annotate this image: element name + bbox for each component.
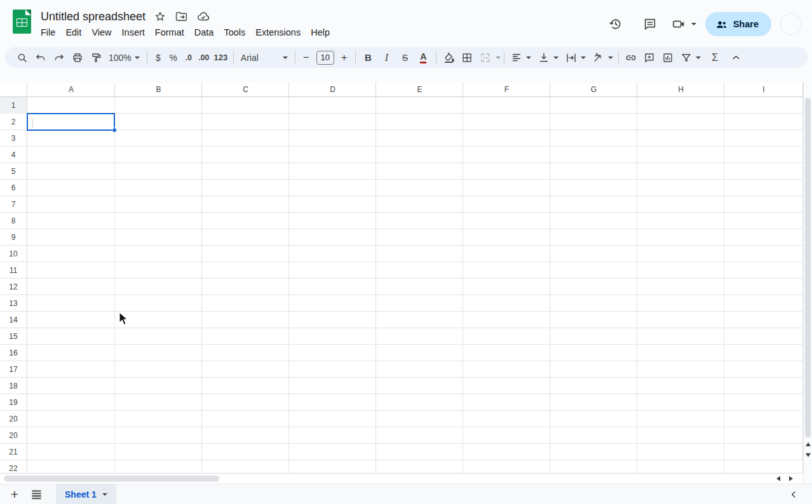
scroll-right-icon[interactable] [789,476,793,481]
text-wrap-icon[interactable] [562,49,581,66]
all-sheets-icon[interactable] [25,484,47,504]
menu-item-tools[interactable]: Tools [219,26,250,39]
menu-item-view[interactable]: View [86,26,116,39]
search-icon[interactable] [13,49,31,66]
column-header-i[interactable]: I [724,83,803,96]
menu-item-extensions[interactable]: Extensions [250,26,306,39]
select-all-corner[interactable] [0,83,27,97]
decrease-font-size-button[interactable]: − [299,49,314,66]
menu-item-edit[interactable]: Edit [60,26,86,39]
redo-icon[interactable] [50,49,68,66]
star-icon[interactable] [154,11,166,22]
comment-history-icon[interactable] [637,11,663,37]
row-header-11[interactable]: 11 [0,262,27,279]
horizontal-align-caret[interactable] [526,56,531,59]
row-header-2[interactable]: 2 [0,114,27,130]
row-header-17[interactable]: 17 [0,361,27,378]
move-folder-icon[interactable] [175,11,187,22]
strikethrough-button[interactable]: S [396,49,414,66]
column-header-h[interactable]: H [637,83,724,96]
meet-dropdown-caret[interactable] [691,23,696,25]
text-rotation-caret[interactable] [608,56,613,59]
scroll-up-icon[interactable] [806,442,811,446]
hide-toolbar-icon[interactable] [727,49,745,66]
cloud-status-icon[interactable] [197,12,210,22]
vertical-align-caret[interactable] [553,56,558,59]
row-header-8[interactable]: 8 [0,213,27,229]
row-header-12[interactable]: 12 [0,279,27,295]
create-filter-icon[interactable] [677,49,696,66]
menu-item-help[interactable]: Help [306,26,335,39]
horizontal-scrollbar-thumb[interactable] [4,475,219,482]
row-header-13[interactable]: 13 [0,295,27,312]
text-color-button[interactable]: A [414,49,433,66]
column-header-e[interactable]: E [376,83,463,96]
row-header-4[interactable]: 4 [0,147,27,163]
row-header-16[interactable]: 16 [0,345,27,361]
menu-item-data[interactable]: Data [189,26,219,39]
row-header-19[interactable]: 19 [0,394,27,411]
row-header-7[interactable]: 7 [0,196,27,213]
insert-link-icon[interactable] [622,49,640,66]
collapse-side-panel-icon[interactable] [784,484,803,504]
increase-font-size-button[interactable]: + [337,49,352,66]
borders-icon[interactable] [458,49,477,66]
paint-format-icon[interactable] [86,49,105,66]
undo-icon[interactable] [31,49,50,66]
row-header-21[interactable]: 20 [0,427,27,444]
column-header-f[interactable]: F [463,83,550,96]
row-header-1[interactable]: 1 [0,97,27,114]
text-rotation-icon[interactable] [590,49,608,66]
insert-chart-icon[interactable] [659,49,677,66]
vertical-scrollbar-thumb[interactable] [805,98,811,437]
increase-decimal-icon[interactable]: .00 [196,49,212,66]
row-header-6[interactable]: 6 [0,180,27,196]
horizontal-align-icon[interactable] [508,49,526,66]
cells-area[interactable] [27,97,803,473]
add-sheet-button[interactable]: + [4,484,25,504]
row-header-9[interactable]: 9 [0,229,27,246]
font-family-select[interactable]: Arial [237,49,292,66]
horizontal-scrollbar[interactable] [0,473,803,484]
document-title[interactable]: Untitled spreadsheet [41,10,145,23]
column-header-g[interactable]: G [550,83,637,96]
sheets-logo[interactable] [13,10,31,34]
column-header-c[interactable]: C [202,83,289,96]
scroll-left-icon[interactable] [776,476,780,481]
column-header-a[interactable]: A [27,83,115,96]
sheet-tab-caret[interactable] [102,493,107,496]
fill-color-icon[interactable] [440,49,458,66]
fill-handle[interactable] [112,128,117,133]
version-history-icon[interactable] [603,11,628,37]
font-size-input[interactable]: 10 [316,51,334,65]
meet-call-control[interactable] [672,17,696,31]
format-percent-icon[interactable]: % [166,49,181,66]
spreadsheet-grid[interactable]: ABCDEFGHI 123456789101112131415161718192… [0,83,803,473]
insert-comment-icon[interactable] [640,49,659,66]
row-header-5[interactable]: 5 [0,163,27,180]
menu-item-format[interactable]: Format [150,26,189,39]
text-wrap-caret[interactable] [581,56,586,59]
row-header-20[interactable]: 20 [0,411,27,427]
row-header-18[interactable]: 18 [0,378,27,394]
avatar[interactable] [780,13,802,35]
row-header-22[interactable]: 21 [0,444,27,460]
vertical-align-icon[interactable] [535,49,553,66]
sheet-tab-active[interactable]: Sheet 1 [56,484,116,504]
row-header-15[interactable]: 15 [0,328,27,345]
row-header-10[interactable]: 10 [0,246,27,262]
row-header-23[interactable]: 22 [0,460,27,473]
merge-cells-caret[interactable] [496,56,501,59]
format-currency-icon[interactable]: $ [151,49,166,66]
column-header-d[interactable]: D [289,83,376,96]
share-button[interactable]: Share [705,12,771,36]
merge-cells-icon[interactable] [477,49,495,66]
menu-item-file[interactable]: File [36,26,60,39]
decrease-decimal-icon[interactable]: .0 [181,49,196,66]
functions-button[interactable]: Σ [706,49,724,66]
row-header-3[interactable]: 3 [0,130,27,147]
create-filter-caret[interactable] [696,56,701,59]
more-formats-icon[interactable]: 123 [212,49,230,66]
bold-button[interactable]: B [359,49,377,66]
scroll-down-icon[interactable] [806,453,811,457]
